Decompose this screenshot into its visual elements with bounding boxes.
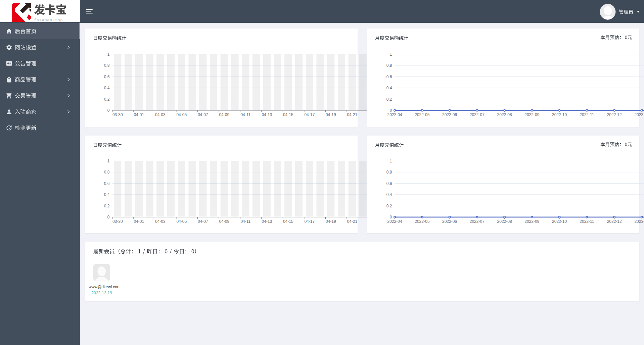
- svg-text:04-13: 04-13: [262, 112, 272, 117]
- svg-text:0.6: 0.6: [104, 75, 110, 79]
- svg-text:0.4: 0.4: [104, 192, 110, 197]
- svg-text:2022-08: 2022-08: [497, 219, 512, 224]
- svg-text:2022-11: 2022-11: [580, 219, 594, 224]
- svg-text:04-09: 04-09: [219, 112, 229, 117]
- svg-text:0.2: 0.2: [104, 204, 110, 208]
- svg-text:2022-09: 2022-09: [524, 112, 539, 117]
- svg-text:2022-06: 2022-06: [442, 219, 457, 224]
- svg-text:0.8: 0.8: [386, 63, 392, 68]
- svg-text:2022-06: 2022-06: [442, 112, 457, 117]
- svg-text:2022-07: 2022-07: [470, 219, 485, 224]
- svg-text:0.8: 0.8: [104, 170, 110, 175]
- svg-text:04-09: 04-09: [219, 219, 229, 224]
- svg-text:04-05: 04-05: [176, 219, 187, 224]
- svg-text:04-17: 04-17: [304, 219, 315, 224]
- svg-text:0.6: 0.6: [104, 181, 110, 186]
- svg-text:1: 1: [390, 159, 392, 163]
- svg-text:04-07: 04-07: [198, 112, 208, 117]
- svg-text:2023-01: 2023-01: [634, 219, 644, 224]
- svg-text:04-11: 04-11: [240, 112, 250, 117]
- svg-text:2022-04: 2022-04: [387, 112, 402, 117]
- svg-text:04-01: 04-01: [134, 219, 144, 224]
- svg-text:04-13: 04-13: [262, 219, 272, 224]
- svg-text:0.4: 0.4: [104, 86, 110, 90]
- svg-text:04-21: 04-21: [347, 219, 357, 224]
- svg-text:fakabao.top: fakabao.top: [34, 18, 63, 22]
- svg-text:0.6: 0.6: [386, 181, 392, 186]
- svg-text:2022-07: 2022-07: [470, 112, 485, 117]
- svg-text:2022-05: 2022-05: [415, 112, 429, 117]
- svg-text:04-21: 04-21: [347, 112, 357, 117]
- svg-text:0: 0: [390, 108, 392, 113]
- svg-text:2022-12: 2022-12: [607, 112, 622, 117]
- svg-text:2022-05: 2022-05: [415, 219, 429, 224]
- svg-text:0: 0: [107, 108, 110, 113]
- svg-text:04-05: 04-05: [176, 112, 187, 117]
- svg-text:1: 1: [390, 52, 392, 57]
- svg-text:1: 1: [107, 52, 110, 57]
- svg-text:0.8: 0.8: [386, 170, 392, 175]
- svg-text:04-01: 04-01: [134, 112, 144, 117]
- svg-text:0.4: 0.4: [386, 86, 392, 90]
- svg-text:2022-11: 2022-11: [580, 112, 594, 117]
- svg-text:2022-10: 2022-10: [552, 112, 567, 117]
- svg-text:04-17: 04-17: [304, 112, 315, 117]
- svg-text:2022-09: 2022-09: [524, 219, 539, 224]
- svg-text:04-15: 04-15: [283, 219, 293, 224]
- svg-text:04-07: 04-07: [198, 219, 208, 224]
- svg-text:03-30: 03-30: [112, 112, 123, 117]
- svg-text:0.2: 0.2: [386, 97, 392, 102]
- svg-text:04-03: 04-03: [155, 112, 166, 117]
- svg-text:03-30: 03-30: [112, 219, 123, 224]
- svg-text:04-19: 04-19: [326, 112, 336, 117]
- svg-text:0: 0: [390, 215, 392, 219]
- svg-text:2022-08: 2022-08: [497, 112, 512, 117]
- svg-text:0.2: 0.2: [386, 204, 392, 208]
- svg-text:0.6: 0.6: [386, 75, 392, 79]
- svg-text:04-15: 04-15: [283, 112, 293, 117]
- svg-text:1: 1: [107, 159, 110, 163]
- svg-text:0.2: 0.2: [104, 97, 110, 102]
- svg-text:04-03: 04-03: [155, 219, 166, 224]
- svg-text:04-19: 04-19: [326, 219, 336, 224]
- svg-text:04-11: 04-11: [240, 219, 250, 224]
- svg-text:2023-01: 2023-01: [634, 112, 644, 117]
- svg-text:2022-10: 2022-10: [552, 219, 567, 224]
- svg-text:0: 0: [107, 215, 110, 219]
- svg-text:2022-12: 2022-12: [607, 219, 622, 224]
- svg-text:0.8: 0.8: [104, 63, 110, 68]
- svg-text:0.4: 0.4: [386, 192, 392, 197]
- svg-text:2022-04: 2022-04: [387, 219, 402, 224]
